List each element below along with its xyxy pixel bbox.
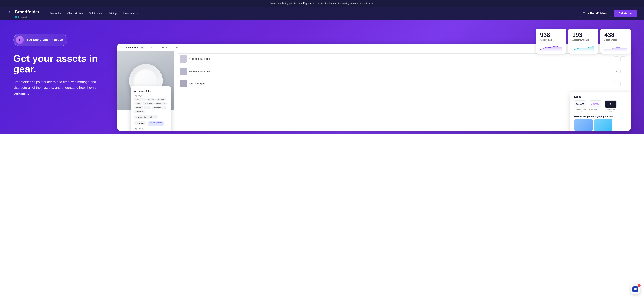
get-started-button[interactable]: Get started [614, 10, 637, 17]
tab-c[interactable]: C... [148, 44, 158, 51]
play-icon [16, 36, 24, 44]
tab-sonata-assist[interactable]: Sonata Assist #4 [121, 44, 148, 51]
filter-file-types-label: Top File Types [134, 128, 168, 130]
logos-card: Logos SONATA Sonata-primary SVG SONATA S… [570, 92, 630, 131]
nav-resources[interactable]: Resources ▼ [123, 12, 138, 15]
asset-item: Base-macro.png ··· ↓ [177, 78, 628, 89]
logo-item-secondary: SONATA Sonata-secondary SVG [589, 100, 602, 113]
see-in-action-button[interactable]: See Brandfolder in action [14, 34, 68, 46]
announcement-link[interactable]: Register [303, 2, 312, 5]
stat-chart-views [540, 43, 562, 52]
filter-tag[interactable]: Vineyard [134, 110, 145, 114]
filter-tag[interactable]: Romantic [134, 98, 146, 101]
nav-solutions[interactable]: Solutions ▼ [89, 12, 102, 15]
logos-row: SONATA Sonata-primary SVG SONATA Sonata-… [574, 100, 630, 113]
asset-download-button[interactable]: ↓ [620, 56, 626, 62]
asset-item: Voice-ring-macro.png ··· ↓ [177, 66, 628, 77]
logo-preview-icon: S [605, 100, 617, 108]
logo-type-icon: SVG [609, 111, 612, 113]
stat-number-shares: 438 [604, 32, 626, 38]
filter-tags: Romantic Family Europe Banff Tuscany Mou… [134, 98, 168, 114]
asset-name: Base-macro.png [189, 82, 612, 85]
filter-tag[interactable]: Recommend [152, 106, 166, 109]
logo-type-primary: SVG [578, 111, 582, 113]
asset-more-button[interactable]: ··· [614, 56, 619, 62]
logos-card-title: Logos [574, 95, 630, 98]
announcement-bar: Master marketing prioritization. Registe… [0, 0, 644, 7]
filter-tag[interactable]: Tuscany [143, 102, 154, 105]
hero-subtext: Brandfolder helps marketers and creative… [14, 79, 100, 96]
logo-item-primary: SONATA Sonata-primary SVG [574, 100, 586, 113]
filter-tag[interactable]: Mountains [154, 102, 167, 105]
hero-section: See Brandfolder in action Get your asset… [0, 20, 644, 134]
asset-name: Voice-ring-macro.png [189, 58, 612, 60]
filter-pill-star[interactable]: ★ 4 star [134, 121, 146, 125]
stat-card-shares: 438 Asset Shares [600, 29, 630, 54]
hero-right: 938 Asset Views [118, 30, 630, 134]
stat-label-downloads: Asset Downloads [572, 39, 594, 41]
nav-pricing[interactable]: Pricing [108, 12, 117, 15]
logo-preview-secondary: SONATA [590, 100, 602, 108]
dashboard-window: Sonata Assist #4 C... Simila... Work... … [118, 44, 630, 131]
logo-box[interactable]: B Brandfolder [7, 9, 40, 16]
stat-card-views: 938 Asset Views [536, 29, 566, 54]
stat-number-views: 938 [540, 32, 562, 38]
logo-item-icon: S Sonata-icon SVG [605, 100, 617, 113]
logo-area: B Brandfolder by smartsheet [7, 9, 40, 18]
stat-label-shares: Asset Shares [604, 39, 626, 41]
nav-product[interactable]: Product ▼ [50, 12, 61, 15]
asset-download-button[interactable]: ↓ [620, 69, 626, 74]
stat-number-downloads: 193 [572, 32, 594, 38]
asset-more-button[interactable]: ··· [614, 81, 619, 86]
main-nav: Product ▼ Client stories Solutions ▼ Pri… [50, 12, 579, 15]
hero-headline: Get your assets in gear. [14, 53, 111, 75]
logo-label-icon: Sonata-icon [606, 108, 615, 110]
nav-cta: Your Brandfolders Get started [579, 10, 637, 17]
tab-work[interactable]: Work... [172, 44, 186, 51]
asset-thumbnail [180, 80, 187, 88]
logo-preview-primary: SONATA [574, 100, 586, 108]
filter-tag[interactable]: Beach [134, 106, 143, 109]
filter-title: Advanced Filters [134, 90, 168, 93]
filter-tag[interactable]: Banff [134, 102, 142, 105]
stat-chart-shares [604, 43, 626, 52]
stat-chart-downloads [572, 43, 594, 52]
logo-sub: by smartsheet [15, 16, 40, 18]
dashboard-content: Voice-ring-macro.png ··· ↓ Voice-ring-ma… [118, 51, 630, 110]
tab-simila[interactable]: Simila... [158, 44, 172, 51]
stats-cards: 938 Asset Views [536, 29, 630, 54]
asset-download-button[interactable]: ↓ [620, 81, 626, 86]
logo-icon: B [7, 9, 14, 16]
stat-card-downloads: 193 Asset Downloads [568, 29, 598, 54]
filter-pill-generation[interactable]: Assist Generation 2 [134, 115, 158, 119]
your-brandfolders-button[interactable]: Your Brandfolders [579, 10, 611, 17]
stat-label-views: Asset Views [540, 39, 562, 41]
filter-tag[interactable]: City [144, 106, 151, 109]
asset-thumbnail [180, 68, 187, 75]
hero-left: See Brandfolder in action Get your asset… [14, 30, 111, 96]
logo-name: Brandfolder [15, 10, 40, 15]
asset-actions: ··· ↓ [614, 81, 626, 86]
asset-thumbnail [180, 55, 187, 63]
asset-item: Voice-ring-macro.png ··· ↓ [177, 53, 628, 65]
nav-client-stories[interactable]: Client stories [67, 12, 83, 15]
product-chevron-icon: ▼ [60, 13, 61, 14]
asset-name: Voice-ring-macro.png [189, 70, 612, 73]
logo-label-primary: Sonata-primary [574, 108, 586, 110]
logo-type-secondary: SVG [594, 111, 597, 113]
announcement-text-after: to discover the truth behind scaling cus… [313, 2, 374, 5]
asset-actions: ··· ↓ [614, 69, 626, 74]
header: B Brandfolder by smartsheet Product ▼ Cl… [0, 7, 644, 20]
resources-chevron-icon: ▼ [136, 13, 138, 14]
filter-card: Advanced Filters Top Tags Romantic Famil… [131, 87, 171, 131]
beach-section-label: Beach Lifestyle Photography & Video [574, 115, 630, 118]
asset-list: Voice-ring-macro.png ··· ↓ Voice-ring-ma… [174, 51, 630, 110]
asset-actions: ··· ↓ [614, 56, 626, 62]
asset-more-button[interactable]: ··· [614, 69, 619, 74]
filter-tag[interactable]: Family [146, 98, 156, 101]
filter-pill-ios[interactable]: iOS Integration [148, 121, 164, 126]
filter-tag[interactable]: Europe [156, 98, 166, 101]
smartsheet-icon [15, 16, 17, 18]
announcement-text: Master marketing prioritization. [270, 2, 303, 5]
logo-label-secondary: Sonata-secondary [589, 108, 602, 110]
